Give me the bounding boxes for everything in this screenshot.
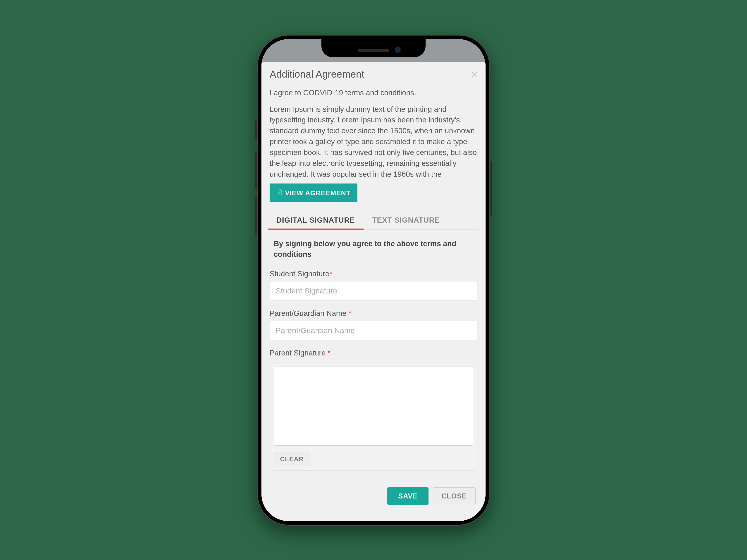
- tab-digital-signature[interactable]: DIGITAL SIGNATURE: [268, 212, 364, 230]
- parent-signature-field: Parent Signature * CLEAR: [269, 346, 478, 471]
- phone-screen-bezel: Additional Agreement × I agree to CODVID…: [261, 39, 486, 521]
- clear-button[interactable]: CLEAR: [274, 452, 310, 466]
- view-agreement-label: VIEW AGREEMENT: [285, 189, 351, 197]
- view-agreement-button[interactable]: VIEW AGREEMENT: [269, 184, 357, 202]
- consent-text: By signing below you agree to the above …: [269, 238, 478, 266]
- modal-header: Additional Agreement ×: [268, 62, 479, 88]
- screen: Additional Agreement × I agree to CODVID…: [261, 39, 486, 521]
- screen-bottom-cutoff: [261, 511, 486, 521]
- save-button[interactable]: SAVE: [387, 487, 429, 505]
- signature-tabs: DIGITAL SIGNATURE TEXT SIGNATURE: [268, 212, 479, 230]
- required-asterisk: *: [349, 309, 352, 317]
- required-asterisk: *: [328, 349, 331, 357]
- tab-text-signature[interactable]: TEXT SIGNATURE: [364, 212, 448, 230]
- parent-signature-pad[interactable]: [274, 367, 473, 446]
- close-button[interactable]: CLOSE: [433, 487, 475, 505]
- pdf-file-icon: [276, 188, 285, 197]
- silence-switch: [255, 121, 257, 139]
- agreement-intro: I agree to CODVID-19 terms and condition…: [268, 88, 479, 104]
- parent-signature-label: Parent Signature *: [269, 346, 478, 361]
- footer-buttons: SAVE CLOSE: [269, 476, 478, 505]
- additional-agreement-modal: Additional Agreement × I agree to CODVID…: [261, 39, 486, 521]
- student-signature-field: Student Signature*: [269, 266, 478, 300]
- student-signature-label: Student Signature*: [269, 266, 478, 281]
- volume-down-button: [255, 197, 257, 234]
- agreement-body: Lorem Ipsum is simply dummy text of the …: [268, 104, 479, 180]
- signature-form: By signing below you agree to the above …: [268, 230, 479, 505]
- parent-name-field: Parent/Guardian Name *: [269, 306, 478, 340]
- required-asterisk: *: [329, 269, 332, 278]
- parent-name-label: Parent/Guardian Name *: [269, 306, 478, 321]
- modal-title: Additional Agreement: [269, 69, 364, 80]
- student-signature-input[interactable]: [269, 281, 478, 300]
- power-button: [490, 161, 492, 216]
- parent-name-input[interactable]: [269, 321, 478, 340]
- volume-up-button: [255, 152, 257, 188]
- close-icon[interactable]: ×: [471, 68, 478, 80]
- phone-frame: Additional Agreement × I agree to CODVID…: [257, 35, 490, 526]
- signature-pad-container: CLEAR: [269, 362, 478, 471]
- phone-notch: [321, 39, 426, 57]
